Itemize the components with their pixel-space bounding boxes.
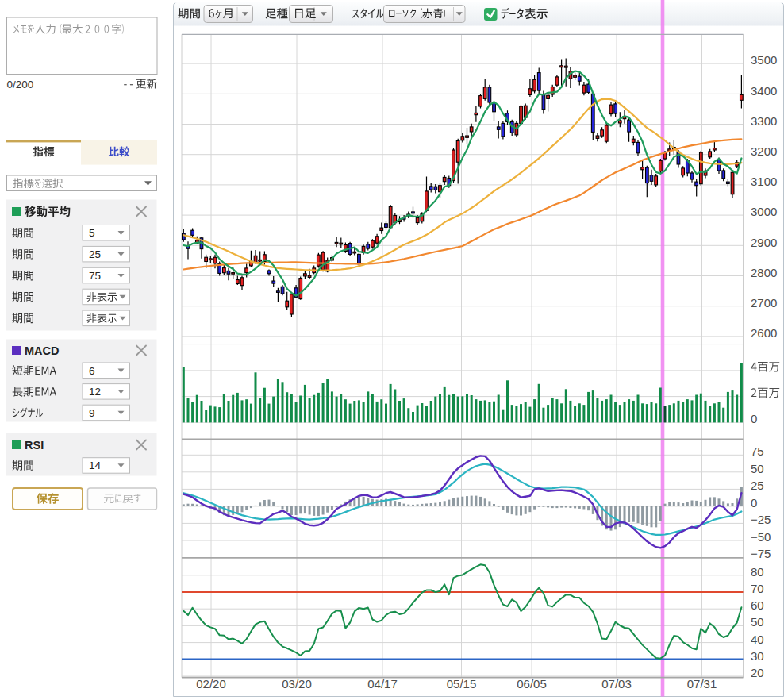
- svg-text:5: 5: [89, 227, 95, 239]
- svg-text:3200: 3200: [751, 144, 777, 158]
- svg-text:2600: 2600: [751, 326, 777, 340]
- svg-text:03/20: 03/20: [282, 677, 312, 690]
- svg-text:14: 14: [89, 460, 102, 471]
- svg-text:80: 80: [751, 565, 764, 579]
- svg-text:3400: 3400: [751, 84, 777, 98]
- svg-text:05/15: 05/15: [447, 677, 477, 690]
- svg-text:75: 75: [89, 270, 101, 282]
- svg-text:50: 50: [751, 462, 764, 475]
- svg-text:12: 12: [89, 386, 101, 398]
- svg-text:25: 25: [751, 479, 764, 492]
- svg-text:2700: 2700: [751, 296, 777, 310]
- svg-text:70: 70: [751, 582, 764, 595]
- svg-text:0/200: 0/200: [7, 79, 34, 90]
- svg-text:02/20: 02/20: [196, 677, 226, 690]
- svg-text:0: 0: [751, 412, 757, 425]
- svg-text:3100: 3100: [751, 175, 777, 188]
- svg-text:−25: −25: [751, 513, 771, 526]
- svg-text:6: 6: [89, 365, 95, 377]
- svg-text:2800: 2800: [751, 266, 777, 279]
- svg-text:RSI: RSI: [25, 439, 44, 452]
- svg-text:60: 60: [751, 598, 764, 612]
- svg-text:0: 0: [751, 496, 757, 510]
- svg-text:25: 25: [89, 248, 101, 260]
- svg-text:50: 50: [751, 615, 764, 629]
- svg-text:06/05: 06/05: [517, 677, 547, 690]
- svg-text:30: 30: [751, 649, 764, 663]
- svg-text:2900: 2900: [751, 236, 777, 249]
- svg-text:04/17: 04/17: [367, 677, 398, 690]
- svg-text:3000: 3000: [751, 205, 777, 218]
- svg-text:75: 75: [751, 444, 764, 458]
- svg-text:3300: 3300: [751, 114, 777, 128]
- svg-text:07/03: 07/03: [601, 677, 632, 690]
- svg-text:9: 9: [89, 407, 95, 419]
- svg-text:20: 20: [751, 666, 764, 679]
- svg-text:−75: −75: [751, 547, 771, 560]
- svg-text:−50: −50: [751, 530, 771, 544]
- svg-text:40: 40: [751, 633, 764, 646]
- svg-text:07/31: 07/31: [687, 677, 717, 690]
- svg-text:3500: 3500: [751, 53, 777, 67]
- svg-text:MACD: MACD: [25, 344, 60, 357]
